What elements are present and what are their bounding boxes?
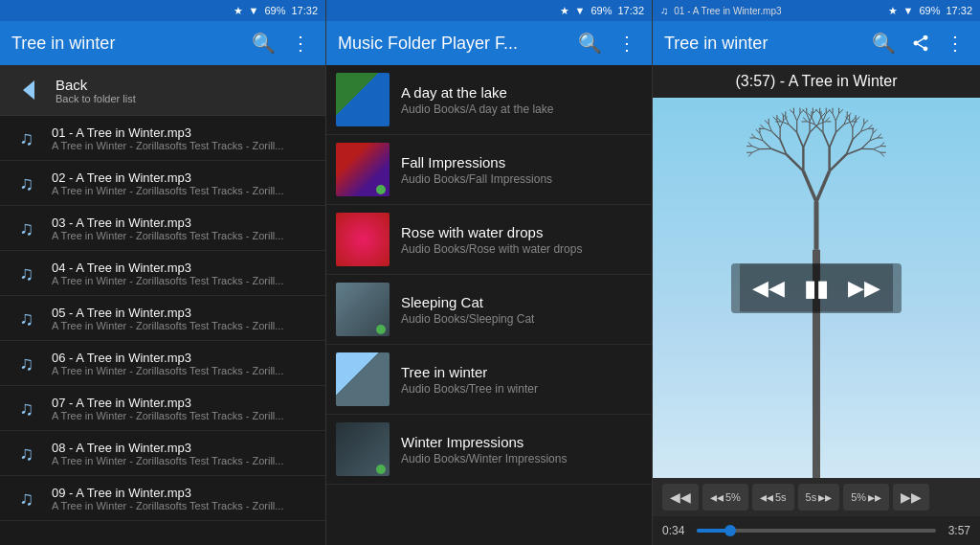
notification-icon: ♫ — [660, 5, 668, 16]
folder-item[interactable]: Rose with water drops Audio Books/Rose w… — [326, 205, 652, 275]
playback-overlay: ◀◀ ▮▮ ▶▶ — [653, 98, 980, 478]
file-subtitle: A Tree in Winter - Zorillasofts Test Tra… — [52, 320, 283, 331]
forward-5pct-icon: ▸▸ — [868, 489, 881, 505]
music-note-icon: ♫ — [11, 168, 42, 198]
rewind-5s-button[interactable]: ◂◂ 5s — [752, 484, 794, 511]
time-panel2: 17:32 — [617, 5, 644, 16]
rewind-5pct-button[interactable]: ◂◂ 5% — [702, 484, 748, 511]
file-name: 09 - A Tree in Winter.mp3 — [52, 486, 283, 500]
progress-section: 0:34 3:57 — [653, 516, 980, 545]
player-panel: ♫ 01 - A Tree in Winter.mp3 ★ ▼ 69% 17:3… — [653, 0, 980, 545]
wifi-icon-p2: ▼ — [575, 5, 586, 16]
file-subtitle: A Tree in Winter - Zorillasofts Test Tra… — [52, 500, 283, 511]
file-name: 05 - A Tree in Winter.mp3 — [52, 306, 283, 320]
wifi-icon-p3: ▼ — [903, 5, 914, 16]
svg-marker-0 — [23, 80, 34, 100]
forward-all-button[interactable]: ▶▶ — [893, 484, 929, 511]
current-time: 0:34 — [662, 524, 689, 537]
folder-item[interactable]: Fall Impressions Audio Books/Fall Impres… — [326, 135, 652, 205]
player-artwork: ◀◀ ▮▮ ▶▶ — [653, 98, 980, 478]
folder-info: Tree in winter Audio Books/Tree in winte… — [401, 364, 538, 396]
back-arrow-icon — [11, 73, 46, 107]
file-subtitle: A Tree in Winter - Zorillasofts Test Tra… — [52, 230, 283, 241]
file-name: 07 - A Tree in Winter.mp3 — [52, 396, 283, 410]
file-subtitle: A Tree in Winter - Zorillasofts Test Tra… — [52, 455, 283, 466]
music-note-icon: ♫ — [11, 258, 42, 288]
rewind-5pct-icon: ◂◂ — [710, 489, 724, 505]
more-options-icon-panel3[interactable]: ⋮ — [942, 28, 969, 58]
file-subtitle: A Tree in Winter - Zorillasofts Test Tra… — [52, 365, 283, 376]
forward-5pct-button[interactable]: 5% ▸▸ — [843, 484, 889, 511]
prev-track-button[interactable]: ◀◀ — [743, 270, 794, 307]
folder-path: Audio Books/Rose with water drops — [401, 242, 582, 256]
forward-5pct-label: 5% — [851, 491, 866, 503]
file-name: 01 - A Tree in Winter.mp3 — [52, 125, 283, 140]
file-list-panel: ★ ▼ 69% 17:32 Tree in winter 🔍 ⋮ Back Ba… — [0, 0, 325, 545]
file-item[interactable]: ♫ 07 - A Tree in Winter.mp3 A Tree in Wi… — [0, 386, 325, 431]
folder-path: Audio Books/Tree in winter — [401, 382, 538, 396]
more-options-icon-panel1[interactable]: ⋮ — [287, 28, 314, 58]
music-note-icon: ♫ — [11, 393, 42, 423]
folder-item[interactable]: A day at the lake Audio Books/A day at t… — [326, 65, 652, 135]
battery-level-p2: 69% — [590, 5, 612, 16]
music-note-icon: ♫ — [11, 303, 42, 333]
playing-indicator — [376, 185, 386, 194]
bluetooth-icon: ★ — [234, 5, 243, 17]
file-item[interactable]: ♫ 06 - A Tree in Winter.mp3 A Tree in Wi… — [0, 341, 325, 386]
folder-path: Audio Books/A day at the lake — [401, 102, 553, 116]
share-icon-panel3[interactable] — [907, 30, 934, 57]
pause-button[interactable]: ▮▮ — [794, 269, 838, 307]
forward-5s-button[interactable]: 5s ▸▸ — [798, 484, 840, 511]
file-item[interactable]: ♫ 05 - A Tree in Winter.mp3 A Tree in Wi… — [0, 296, 325, 341]
more-options-icon-panel2[interactable]: ⋮ — [613, 28, 640, 58]
appbar-title-panel3: Tree in winter — [664, 34, 860, 54]
appbar-title-panel2: Music Folder Player F... — [338, 34, 567, 54]
folder-info: A day at the lake Audio Books/A day at t… — [401, 84, 553, 116]
search-icon-panel2[interactable]: 🔍 — [574, 28, 606, 58]
file-item[interactable]: ♫ 09 - A Tree in Winter.mp3 A Tree in Wi… — [0, 476, 325, 521]
progress-thumb[interactable] — [724, 525, 736, 536]
file-name: 04 - A Tree in Winter.mp3 — [52, 261, 283, 275]
rewind-5s-icon: ◂◂ — [760, 489, 773, 505]
file-name: 08 - A Tree in Winter.mp3 — [52, 441, 283, 455]
bluetooth-icon-p3: ★ — [888, 5, 898, 17]
file-item[interactable]: ♫ 02 - A Tree in Winter.mp3 A Tree in Wi… — [0, 161, 325, 206]
appbar-panel3: Tree in winter 🔍 ⋮ — [653, 21, 980, 65]
battery-level: 69% — [264, 5, 285, 16]
battery-level-p3: 69% — [919, 5, 940, 16]
file-subtitle: A Tree in Winter - Zorillasofts Test Tra… — [52, 140, 283, 151]
rewind-5pct-label: 5% — [725, 491, 741, 503]
file-item[interactable]: ♫ 01 - A Tree in Winter.mp3 A Tree in Wi… — [0, 116, 325, 161]
rewind-5s-label: 5s — [775, 491, 787, 503]
file-item[interactable]: ♫ 03 - A Tree in Winter.mp3 A Tree in Wi… — [0, 206, 325, 251]
folder-info: Rose with water drops Audio Books/Rose w… — [401, 224, 582, 256]
file-info: 01 - A Tree in Winter.mp3 A Tree in Wint… — [52, 125, 283, 151]
file-item[interactable]: ♫ 08 - A Tree in Winter.mp3 A Tree in Wi… — [0, 431, 325, 476]
file-item[interactable]: ♫ 04 - A Tree in Winter.mp3 A Tree in Wi… — [0, 251, 325, 296]
search-icon-panel1[interactable]: 🔍 — [248, 28, 279, 58]
forward-5s-label: 5s — [806, 491, 817, 503]
progress-bar[interactable] — [697, 529, 936, 533]
forward-all-icon: ▶▶ — [901, 489, 922, 505]
folder-path: Audio Books/Fall Impressions — [401, 172, 552, 186]
back-button[interactable]: Back Back to folder list — [0, 65, 325, 116]
search-icon-panel3[interactable]: 🔍 — [868, 28, 900, 58]
file-info: 07 - A Tree in Winter.mp3 A Tree in Wint… — [52, 396, 283, 421]
music-folder-list: A day at the lake Audio Books/A day at t… — [326, 65, 652, 545]
folder-item[interactable]: Tree in winter Audio Books/Tree in winte… — [326, 345, 652, 415]
file-subtitle: A Tree in Winter - Zorillasofts Test Tra… — [52, 275, 283, 286]
folder-item[interactable]: Winter Impressions Audio Books/Winter Im… — [326, 415, 652, 485]
next-track-button[interactable]: ▶▶ — [838, 270, 890, 307]
player-title: (3:57) - A Tree in Winter — [736, 73, 898, 89]
folder-thumbnail — [336, 352, 390, 406]
rewind-all-button[interactable]: ◀◀ — [662, 484, 699, 511]
folder-info: Winter Impressions Audio Books/Winter Im… — [401, 434, 567, 466]
time-panel1: 17:32 — [291, 5, 318, 16]
folder-item[interactable]: Sleeping Cat Audio Books/Sleeping Cat — [326, 275, 652, 345]
file-info: 08 - A Tree in Winter.mp3 A Tree in Wint… — [52, 441, 283, 466]
time-panel3: 17:32 — [946, 5, 972, 16]
music-note-icon: ♫ — [11, 123, 42, 153]
total-time: 3:57 — [944, 524, 970, 537]
music-note-icon: ♫ — [11, 348, 42, 378]
appbar-title-panel1: Tree in winter — [11, 34, 240, 54]
